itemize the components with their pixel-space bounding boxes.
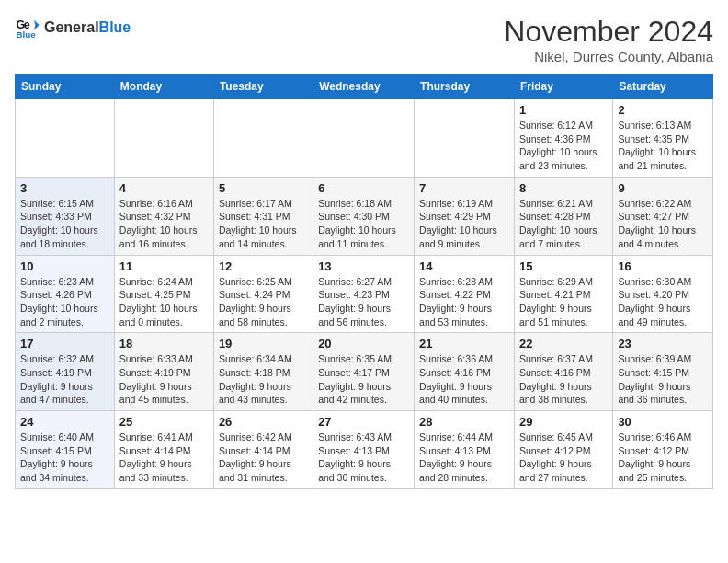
- day-info: Sunrise: 6:29 AMSunset: 4:21 PMDaylight:…: [519, 275, 608, 329]
- calendar-cell: 13Sunrise: 6:27 AMSunset: 4:23 PMDayligh…: [313, 255, 415, 333]
- svg-text:Blue: Blue: [16, 29, 36, 40]
- day-info: Sunrise: 6:13 AMSunset: 4:35 PMDaylight:…: [618, 119, 708, 173]
- day-number: 8: [519, 181, 608, 195]
- day-number: 5: [219, 181, 308, 195]
- day-number: 18: [119, 337, 209, 350]
- calendar-cell: 22Sunrise: 6:37 AMSunset: 4:16 PMDayligh…: [514, 333, 612, 411]
- weekday-header-saturday: Saturday: [613, 75, 713, 99]
- calendar-cell: 20Sunrise: 6:35 AMSunset: 4:17 PMDayligh…: [313, 333, 415, 411]
- weekday-header-wednesday: Wednesday: [313, 75, 415, 99]
- calendar-cell: 7Sunrise: 6:19 AMSunset: 4:29 PMDaylight…: [415, 177, 515, 255]
- calendar-cell: 23Sunrise: 6:39 AMSunset: 4:15 PMDayligh…: [613, 333, 713, 411]
- day-number: 12: [219, 259, 308, 273]
- day-number: 29: [519, 415, 608, 429]
- day-info: Sunrise: 6:24 AMSunset: 4:25 PMDaylight:…: [119, 275, 209, 329]
- day-number: 7: [419, 181, 509, 195]
- calendar-cell: 5Sunrise: 6:17 AMSunset: 4:31 PMDaylight…: [213, 177, 313, 255]
- day-number: 30: [618, 415, 708, 429]
- day-info: Sunrise: 6:22 AMSunset: 4:27 PMDaylight:…: [618, 197, 708, 251]
- calendar-cell: 19Sunrise: 6:34 AMSunset: 4:18 PMDayligh…: [213, 333, 313, 411]
- calendar-cell: 25Sunrise: 6:41 AMSunset: 4:14 PMDayligh…: [114, 411, 213, 489]
- day-info: Sunrise: 6:16 AMSunset: 4:32 PMDaylight:…: [119, 197, 209, 251]
- day-number: 3: [20, 181, 109, 195]
- logo-text-general: General: [44, 19, 99, 35]
- title-area: November 2024 Nikel, Durres County, Alba…: [504, 15, 713, 64]
- calendar-cell: 30Sunrise: 6:46 AMSunset: 4:12 PMDayligh…: [613, 411, 713, 489]
- calendar-cell: 10Sunrise: 6:23 AMSunset: 4:26 PMDayligh…: [16, 255, 115, 333]
- day-info: Sunrise: 6:27 AMSunset: 4:23 PMDaylight:…: [318, 275, 409, 329]
- calendar-cell: 28Sunrise: 6:44 AMSunset: 4:13 PMDayligh…: [415, 411, 515, 489]
- day-info: Sunrise: 6:43 AMSunset: 4:13 PMDaylight:…: [318, 431, 409, 485]
- day-number: 10: [20, 259, 109, 273]
- day-info: Sunrise: 6:33 AMSunset: 4:19 PMDaylight:…: [119, 352, 209, 407]
- day-number: 19: [219, 337, 308, 350]
- calendar-cell: 11Sunrise: 6:24 AMSunset: 4:25 PMDayligh…: [114, 255, 213, 333]
- calendar-cell: [213, 99, 313, 178]
- day-info: Sunrise: 6:18 AMSunset: 4:30 PMDaylight:…: [318, 197, 409, 251]
- calendar-cell: 2Sunrise: 6:13 AMSunset: 4:35 PMDaylight…: [613, 99, 713, 178]
- day-number: 24: [20, 415, 109, 429]
- calendar-cell: 24Sunrise: 6:40 AMSunset: 4:15 PMDayligh…: [16, 411, 115, 489]
- day-info: Sunrise: 6:19 AMSunset: 4:29 PMDaylight:…: [419, 197, 509, 251]
- day-number: 2: [618, 103, 708, 117]
- weekday-header-tuesday: Tuesday: [213, 75, 313, 99]
- page-header: G e Blue GeneralBlue November 2024 Nikel…: [15, 15, 713, 64]
- day-number: 11: [119, 259, 209, 273]
- day-number: 22: [519, 337, 608, 350]
- weekday-header-sunday: Sunday: [16, 75, 115, 99]
- calendar-cell: [415, 99, 515, 178]
- day-info: Sunrise: 6:15 AMSunset: 4:33 PMDaylight:…: [20, 197, 109, 251]
- calendar-cell: 26Sunrise: 6:42 AMSunset: 4:14 PMDayligh…: [213, 411, 313, 489]
- day-number: 6: [318, 181, 409, 195]
- day-number: 4: [119, 181, 209, 195]
- day-info: Sunrise: 6:30 AMSunset: 4:20 PMDaylight:…: [618, 275, 708, 329]
- day-number: 15: [519, 259, 608, 273]
- calendar-cell: 21Sunrise: 6:36 AMSunset: 4:16 PMDayligh…: [415, 333, 515, 411]
- day-info: Sunrise: 6:32 AMSunset: 4:19 PMDaylight:…: [20, 352, 109, 407]
- day-info: Sunrise: 6:44 AMSunset: 4:13 PMDaylight:…: [419, 431, 509, 485]
- day-info: Sunrise: 6:21 AMSunset: 4:28 PMDaylight:…: [519, 197, 608, 251]
- location-title: Nikel, Durres County, Albania: [504, 49, 713, 64]
- day-info: Sunrise: 6:40 AMSunset: 4:15 PMDaylight:…: [20, 431, 109, 485]
- day-number: 21: [419, 337, 509, 350]
- calendar-cell: 18Sunrise: 6:33 AMSunset: 4:19 PMDayligh…: [114, 333, 213, 411]
- day-number: 28: [419, 415, 509, 429]
- logo-text-blue: Blue: [99, 19, 131, 35]
- weekday-header-friday: Friday: [514, 75, 612, 99]
- day-number: 13: [318, 259, 409, 273]
- day-info: Sunrise: 6:12 AMSunset: 4:36 PMDaylight:…: [519, 119, 608, 173]
- day-info: Sunrise: 6:46 AMSunset: 4:12 PMDaylight:…: [618, 431, 708, 485]
- calendar-cell: [114, 99, 213, 178]
- calendar-cell: 16Sunrise: 6:30 AMSunset: 4:20 PMDayligh…: [613, 255, 713, 333]
- day-info: Sunrise: 6:45 AMSunset: 4:12 PMDaylight:…: [519, 431, 608, 485]
- svg-marker-2: [34, 20, 40, 30]
- day-number: 9: [618, 181, 708, 195]
- week-row-1: 1Sunrise: 6:12 AMSunset: 4:36 PMDaylight…: [16, 99, 713, 178]
- calendar-cell: 29Sunrise: 6:45 AMSunset: 4:12 PMDayligh…: [514, 411, 612, 489]
- day-number: 27: [318, 415, 409, 429]
- day-info: Sunrise: 6:39 AMSunset: 4:15 PMDaylight:…: [618, 352, 708, 407]
- calendar-cell: 9Sunrise: 6:22 AMSunset: 4:27 PMDaylight…: [613, 177, 713, 255]
- week-row-2: 3Sunrise: 6:15 AMSunset: 4:33 PMDaylight…: [16, 177, 713, 255]
- day-number: 16: [618, 259, 708, 273]
- calendar-cell: 8Sunrise: 6:21 AMSunset: 4:28 PMDaylight…: [514, 177, 612, 255]
- day-info: Sunrise: 6:23 AMSunset: 4:26 PMDaylight:…: [20, 275, 109, 329]
- day-number: 20: [318, 337, 409, 350]
- day-info: Sunrise: 6:34 AMSunset: 4:18 PMDaylight:…: [219, 352, 308, 407]
- calendar-cell: 17Sunrise: 6:32 AMSunset: 4:19 PMDayligh…: [16, 333, 115, 411]
- calendar-cell: 1Sunrise: 6:12 AMSunset: 4:36 PMDaylight…: [514, 99, 612, 178]
- day-number: 23: [618, 337, 708, 350]
- day-number: 14: [419, 259, 509, 273]
- month-title: November 2024: [504, 15, 713, 49]
- calendar-cell: [16, 99, 115, 178]
- day-info: Sunrise: 6:37 AMSunset: 4:16 PMDaylight:…: [519, 352, 608, 407]
- calendar-cell: 14Sunrise: 6:28 AMSunset: 4:22 PMDayligh…: [415, 255, 515, 333]
- calendar-cell: 6Sunrise: 6:18 AMSunset: 4:30 PMDaylight…: [313, 177, 415, 255]
- week-row-5: 24Sunrise: 6:40 AMSunset: 4:15 PMDayligh…: [16, 411, 713, 489]
- weekday-header-thursday: Thursday: [415, 75, 515, 99]
- logo: G e Blue GeneralBlue: [15, 15, 131, 40]
- calendar-cell: 3Sunrise: 6:15 AMSunset: 4:33 PMDaylight…: [16, 177, 115, 255]
- calendar-table: SundayMondayTuesdayWednesdayThursdayFrid…: [15, 74, 713, 489]
- day-info: Sunrise: 6:28 AMSunset: 4:22 PMDaylight:…: [419, 275, 509, 329]
- weekday-header-monday: Monday: [114, 75, 213, 99]
